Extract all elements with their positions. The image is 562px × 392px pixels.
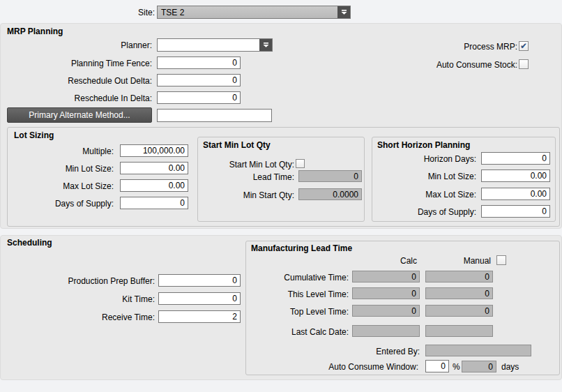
item-planning-form: Site: TSE 2 MRP Planning Planner: Planni…	[0, 0, 562, 392]
entered-by-input	[425, 345, 531, 356]
mrp-planning-title: MRP Planning	[7, 27, 63, 36]
manual-column-header: Manual	[425, 256, 491, 266]
kit-time-input[interactable]	[158, 292, 241, 305]
cumulative-time-calc-input	[352, 271, 420, 282]
receive-time-label: Receive Time:	[40, 312, 155, 322]
receive-time-input[interactable]	[158, 310, 241, 323]
this-level-time-label: This Level Time:	[251, 289, 349, 299]
kit-time-label: Kit Time:	[40, 294, 155, 304]
reschedule-out-delta-input[interactable]	[157, 74, 241, 86]
percent-sign-label: %	[453, 362, 461, 372]
multiple-input[interactable]	[120, 144, 188, 157]
auto-consume-window-label: Auto Consume Window:	[293, 362, 418, 372]
chevron-down-icon	[259, 39, 272, 51]
min-start-qty-label: Min Start Qty:	[197, 190, 294, 200]
start-min-lot-qty-checkbox[interactable]	[296, 159, 305, 168]
cumulative-time-label: Cumulative Time:	[251, 273, 349, 282]
planner-label: Planner:	[40, 40, 152, 50]
reschedule-out-delta-label: Reschedule Out Delta:	[40, 76, 152, 86]
planning-time-fence-input[interactable]	[157, 56, 241, 69]
shp-days-of-supply-input[interactable]	[481, 205, 550, 218]
horizon-days-input[interactable]	[481, 152, 550, 165]
short-horizon-planning-title: Short Horizon Planning	[377, 140, 470, 150]
primary-alternate-method-button[interactable]: Primary Alternate Method...	[7, 107, 152, 123]
days-suffix-label: days	[501, 362, 529, 372]
reschedule-in-delta-label: Reschedule In Delta:	[40, 93, 152, 103]
top-level-time-manual-input	[425, 305, 493, 317]
start-min-lot-qty-label: Start Min Lot Qty:	[197, 160, 294, 169]
last-calc-date-calc-input	[352, 325, 420, 337]
last-calc-date-label: Last Calc Date:	[251, 327, 349, 337]
max-lot-size-input[interactable]	[120, 179, 188, 192]
manual-checkbox[interactable]	[496, 255, 506, 265]
max-lot-size-label: Max Lot Size:	[16, 181, 114, 191]
lead-time-input	[298, 170, 362, 182]
manufacturing-lead-time-title: Manufacturing Lead Time	[251, 243, 352, 253]
reschedule-in-delta-input[interactable]	[157, 91, 241, 104]
top-level-time-label: Top Level Time:	[251, 307, 349, 317]
days-of-supply-label: Days of Supply:	[16, 199, 114, 209]
planner-dropdown-value	[158, 39, 259, 51]
shp-max-lot-size-label: Max Lot Size:	[379, 190, 476, 199]
min-start-qty-input	[298, 188, 362, 200]
entered-by-label: Entered By:	[322, 347, 420, 356]
lot-sizing-title: Lot Sizing	[14, 130, 54, 140]
auto-consume-window-percent-input[interactable]	[425, 360, 449, 372]
process-mrp-checkbox[interactable]	[519, 41, 529, 51]
shp-min-lot-size-input[interactable]	[481, 169, 550, 182]
horizon-days-label: Horizon Days:	[379, 154, 476, 164]
shp-min-lot-size-label: Min Lot Size:	[379, 172, 476, 181]
shp-days-of-supply-label: Days of Supply:	[379, 207, 476, 217]
multiple-label: Multiple:	[16, 146, 114, 156]
planner-dropdown[interactable]	[157, 38, 273, 52]
this-level-time-manual-input	[425, 287, 493, 299]
production-prep-buffer-input[interactable]	[158, 274, 241, 287]
scheduling-title: Scheduling	[7, 238, 52, 248]
min-lot-size-label: Min Lot Size:	[16, 164, 114, 174]
start-min-lot-qty-title: Start Min Lot Qty	[203, 140, 271, 150]
process-mrp-label: Process MRP:	[406, 42, 517, 52]
site-label: Site:	[85, 8, 155, 17]
site-dropdown-value: TSE 2	[158, 6, 337, 18]
shp-max-lot-size-input[interactable]	[481, 188, 550, 200]
site-dropdown[interactable]: TSE 2	[157, 6, 351, 19]
auto-consume-window-days-input	[462, 361, 496, 372]
auto-consume-stock-label: Auto Consume Stock:	[406, 60, 517, 70]
auto-consume-stock-checkbox[interactable]	[519, 59, 529, 69]
this-level-time-calc-input	[352, 287, 420, 299]
calc-column-header: Calc	[351, 256, 417, 266]
last-calc-date-manual-input	[425, 325, 493, 337]
days-of-supply-input[interactable]	[120, 197, 188, 209]
cumulative-time-manual-input	[425, 271, 493, 282]
min-lot-size-input[interactable]	[120, 162, 188, 174]
top-level-time-calc-input	[352, 305, 420, 317]
primary-alternate-method-input[interactable]	[157, 109, 272, 122]
planning-time-fence-label: Planning Time Fence:	[40, 59, 152, 68]
production-prep-buffer-label: Production Prep Buffer:	[40, 276, 155, 286]
lead-time-label: Lead Time:	[197, 172, 294, 182]
chevron-down-icon	[337, 6, 350, 18]
